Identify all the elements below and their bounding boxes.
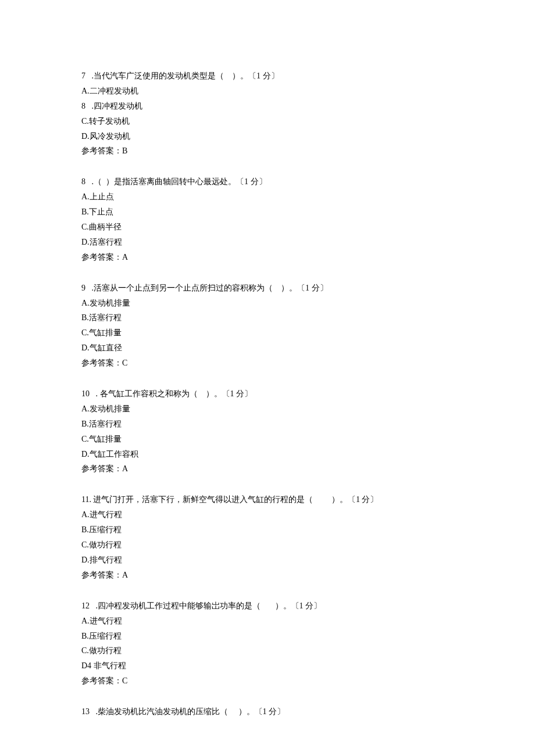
question-stem: 8 .（ ）是指活塞离曲轴回转中心最远处。〔1 分〕 — [81, 174, 454, 189]
option: B.活塞行程 — [81, 310, 454, 325]
option: B.下止点 — [81, 205, 454, 220]
question-stem: 7 .当代汽车广泛使用的发动机类型是（ ）。〔1 分〕 — [81, 69, 454, 84]
question-block: 9 .活塞从一个止点到另一个止点所扫过的容积称为（ ）。〔1 分〕 A.发动机排… — [81, 281, 454, 371]
answer: 参考答案：A — [81, 568, 454, 583]
option: C.气缸排量 — [81, 432, 454, 447]
option: D.活塞行程 — [81, 235, 454, 250]
option: A.进气行程 — [81, 507, 454, 522]
answer: 参考答案：B — [81, 144, 454, 159]
option: D.排气行程 — [81, 553, 454, 568]
option: A.二冲程发动机 — [81, 84, 454, 99]
option: D.风冷发动机 — [81, 129, 454, 144]
question-stem: 9 .活塞从一个止点到另一个止点所扫过的容积称为（ ）。〔1 分〕 — [81, 281, 454, 296]
question-stem: 10 . 各气缸工作容积之和称为（ ）。〔1 分〕 — [81, 386, 454, 402]
option: D.气缸直径 — [81, 341, 454, 356]
document-page: 7 .当代汽车广泛使用的发动机类型是（ ）。〔1 分〕 A.二冲程发动机 8 .… — [0, 0, 535, 756]
option: A.发动机排量 — [81, 402, 454, 417]
option: C.曲柄半径 — [81, 220, 454, 235]
option: C.做功行程 — [81, 643, 454, 658]
answer: 参考答案：C — [81, 356, 454, 371]
question-block: 12 .四冲程发动机工作过程中能够输岀功率的是（ ）。〔1 分〕 A.进气行程 … — [81, 599, 454, 689]
option: C.做功行程 — [81, 538, 454, 553]
question-block: 13 .柴油发动机比汽油发动机的压缩比（ ）。〔1 分〕 — [81, 704, 454, 719]
option: 8 .四冲程发动机 — [81, 99, 454, 114]
answer: 参考答案：A — [81, 461, 454, 476]
question-stem: 13 .柴油发动机比汽油发动机的压缩比（ ）。〔1 分〕 — [81, 704, 454, 719]
option: D.气缸工作容积 — [81, 447, 454, 462]
answer: 参考答案：A — [81, 250, 454, 265]
answer: 参考答案：C — [81, 673, 454, 689]
option: B.压缩行程 — [81, 629, 454, 644]
option: B.活塞行程 — [81, 417, 454, 432]
question-block: 7 .当代汽车广泛使用的发动机类型是（ ）。〔1 分〕 A.二冲程发动机 8 .… — [81, 69, 454, 159]
option: B.压缩行程 — [81, 522, 454, 538]
question-block: 10 . 各气缸工作容积之和称为（ ）。〔1 分〕 A.发动机排量 B.活塞行程… — [81, 386, 454, 476]
option: A.进气行程 — [81, 614, 454, 629]
option: A.上止点 — [81, 189, 454, 205]
option: C.气缸排量 — [81, 325, 454, 341]
question-block: 8 .（ ）是指活塞离曲轴回转中心最远处。〔1 分〕 A.上止点 B.下止点 C… — [81, 174, 454, 264]
option: A.发动机排量 — [81, 296, 454, 311]
question-stem: 11. 进气门打开，活塞下行，新鲜空气得以进入气缸的行程的是（ ）。〔1 分〕 — [81, 492, 454, 507]
option: D4 非气行程 — [81, 658, 454, 673]
question-block: 11. 进气门打开，活塞下行，新鲜空气得以进入气缸的行程的是（ ）。〔1 分〕 … — [81, 492, 454, 582]
option: C.转子发动机 — [81, 114, 454, 129]
question-stem: 12 .四冲程发动机工作过程中能够输岀功率的是（ ）。〔1 分〕 — [81, 599, 454, 614]
